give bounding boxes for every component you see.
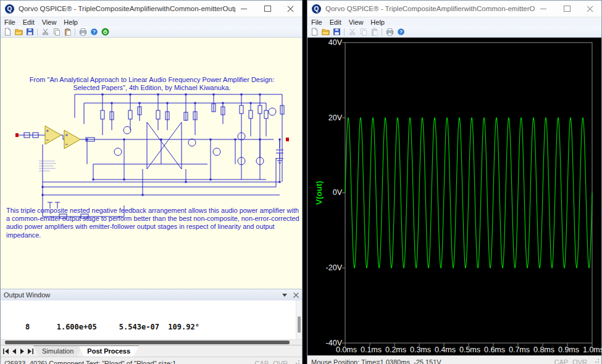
schematic-heading: From "An Analytical Approach to Linear A… <box>10 76 294 92</box>
new-file-icon[interactable] <box>2 27 12 36</box>
mouse-position-text: Mouse Position: Time=1.0380ms -25.151V <box>311 358 441 364</box>
previous-tab-icon[interactable] <box>11 349 17 354</box>
status-text: (26933,-4026) Component Text: "Rload" of… <box>4 360 176 364</box>
help-icon[interactable]: ? <box>89 27 99 36</box>
maximize-icon[interactable] <box>563 5 571 12</box>
x-tick-label: 0.0ms <box>333 345 360 354</box>
output-window-titlebar: Output Window <box>1 289 302 300</box>
cut-icon[interactable] <box>40 27 50 36</box>
menu-bar: File Edit View Help <box>1 17 302 27</box>
run-simulation-icon[interactable] <box>100 27 110 36</box>
tab-scroll-buttons <box>1 345 37 357</box>
minimize-icon[interactable] <box>540 5 547 12</box>
qorvo-logo-icon: Q <box>5 4 14 14</box>
toolbar-separator <box>344 28 345 36</box>
close-icon[interactable] <box>287 5 295 12</box>
workbook-tab-bar: Simulation Post Process <box>1 345 302 357</box>
schematic-components <box>24 104 284 218</box>
help-icon[interactable]: ? <box>396 27 406 36</box>
x-tick-label: 0.8ms <box>530 345 558 354</box>
menu-help[interactable]: Help <box>60 19 82 26</box>
save-icon[interactable] <box>332 27 341 36</box>
waveform-status-bar: Mouse Position: Time=1.0380ms -25.151V C… <box>307 355 601 364</box>
toolbar: ? <box>1 27 302 38</box>
x-tick-label: 0.5ms <box>456 345 483 354</box>
print-icon[interactable] <box>385 27 395 36</box>
x-tick-label: 1.0ms <box>580 345 602 354</box>
open-file-icon[interactable] <box>320 27 330 36</box>
y-tick-label: 40V <box>311 38 342 47</box>
waveform-plot-svg[interactable] <box>307 38 602 355</box>
schematic-status-bar: (26933,-4026) Component Text: "Rload" of… <box>1 357 302 364</box>
menu-help[interactable]: Help <box>367 19 388 26</box>
window-title: Qorvo QSPICE® - TripleCompositeAmplifier… <box>19 5 235 12</box>
paste-icon[interactable] <box>62 27 72 36</box>
waveform-plot[interactable]: 40V 20V 0V -20V -40V 0.0ms 0.1ms 0.2ms 0… <box>307 38 601 355</box>
menu-bar: File Edit View Help <box>307 17 601 27</box>
x-tick-label: 0.2ms <box>382 345 409 354</box>
save-icon[interactable] <box>25 27 35 36</box>
x-tick-label: 0.7ms <box>506 345 533 354</box>
menu-view[interactable]: View <box>345 19 367 26</box>
output-horizontal-scrollbar[interactable] <box>1 340 302 345</box>
menu-view[interactable]: View <box>38 19 61 26</box>
maximize-icon[interactable] <box>264 5 271 12</box>
scrollbar-thumb[interactable] <box>5 341 290 344</box>
scrollbar-thumb[interactable] <box>298 316 301 333</box>
schematic-window: Q Qorvo QSPICE® - TripleCompositeAmplifi… <box>0 0 303 364</box>
menu-file[interactable]: File <box>307 19 326 26</box>
overwrite-indicator: OVR <box>273 360 288 364</box>
resize-grip[interactable] <box>593 359 599 364</box>
output-vertical-scrollbar[interactable] <box>296 300 302 339</box>
minimize-icon[interactable] <box>240 5 248 12</box>
waveform-trace <box>345 118 592 268</box>
y-axis-label: V(out) <box>314 168 324 218</box>
overwrite-indicator: OVR <box>572 358 587 364</box>
copy-icon[interactable] <box>51 27 61 36</box>
paste-icon <box>369 27 379 36</box>
menu-edit[interactable]: Edit <box>326 19 345 26</box>
output-window-title: Output Window <box>4 291 50 299</box>
toolbar-separator <box>37 28 38 36</box>
x-tick-label: 0.1ms <box>357 345 385 354</box>
output-window-close-icon[interactable] <box>293 292 299 298</box>
schematic-heading-line1: From "An Analytical Approach to Linear A… <box>10 76 294 84</box>
first-tab-icon[interactable] <box>3 349 9 354</box>
waveform-window-titlebar[interactable]: Q Qorvo QSPICE® - TripleCompositeAmplifi… <box>307 1 601 17</box>
caps-lock-indicator: CAP <box>554 358 569 364</box>
x-tick-label: 0.3ms <box>407 345 434 354</box>
toolbar-separator <box>382 28 382 36</box>
y-tick-label: 20V <box>311 114 342 122</box>
output-window-menu-icon[interactable] <box>282 294 287 297</box>
print-icon[interactable] <box>78 27 88 36</box>
schematic-note: This triple composite nested negative fe… <box>6 207 302 239</box>
cut-icon <box>347 27 357 36</box>
axis-ticks <box>342 43 592 346</box>
close-icon[interactable] <box>587 5 594 12</box>
toolbar: ? <box>307 27 601 38</box>
toolbar-separator <box>75 28 75 36</box>
schematic-window-titlebar[interactable]: Q Qorvo QSPICE® - TripleCompositeAmplifi… <box>1 1 302 17</box>
output-window-content[interactable]: 8 1.600e+05 5.543e-07 109.92° 9 1.800e+0… <box>1 300 302 340</box>
x-tick-label: 0.4ms <box>432 345 459 354</box>
menu-file[interactable]: File <box>1 19 19 26</box>
menu-edit[interactable]: Edit <box>19 19 38 26</box>
new-file-icon[interactable] <box>309 27 319 36</box>
y-tick-label: -20V <box>311 263 342 272</box>
svg-text:?: ? <box>93 29 96 35</box>
output-line: 8 1.600e+05 5.543e-07 109.92° <box>3 322 302 332</box>
resize-grip[interactable] <box>293 360 299 364</box>
next-tab-icon[interactable] <box>19 349 25 354</box>
last-tab-icon[interactable] <box>27 349 33 354</box>
caps-lock-indicator: CAP <box>255 360 269 364</box>
tab-post-process[interactable]: Post Process <box>78 345 139 357</box>
schematic-annotation-lines <box>39 161 56 171</box>
window-title: Qorvo QSPICE® - TripleCompositeAmplifier… <box>325 5 535 12</box>
tab-simulation[interactable]: Simulation <box>33 345 82 357</box>
waveform-window: Q Qorvo QSPICE® - TripleCompositeAmplifi… <box>307 0 602 364</box>
x-tick-label: 0.6ms <box>481 345 508 354</box>
svg-text:?: ? <box>399 29 403 35</box>
open-file-icon[interactable] <box>14 27 23 36</box>
schematic-heading-line2: Selected Papers", 4th Edition, by Michae… <box>10 84 294 92</box>
schematic-canvas[interactable]: From "An Analytical Approach to Linear A… <box>1 38 302 289</box>
